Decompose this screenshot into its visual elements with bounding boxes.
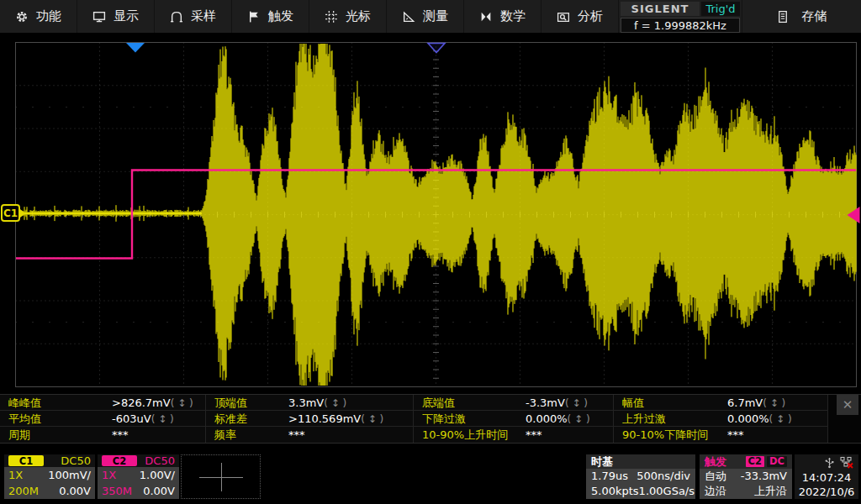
status-cluster: SIGLENT Trig'd f = 1.999882kHz xyxy=(619,0,742,33)
display-icon xyxy=(92,10,106,24)
c1-waveform xyxy=(16,44,856,386)
meas-label: 标准差 xyxy=(214,412,247,425)
meas-label: 频率 xyxy=(214,428,236,441)
c2-scale: 1.00V/ xyxy=(140,467,175,483)
trigger-source: C2 xyxy=(746,456,764,467)
meas-value: *** xyxy=(727,427,744,443)
meas-label: 顶端值 xyxy=(214,396,247,409)
c1-level-marker-label: C1 xyxy=(3,207,18,219)
menu-label: 数学 xyxy=(500,8,526,24)
meas-value: -3.3mV( ↕ ) xyxy=(526,395,588,412)
meas-value: -603uV( ↕ ) xyxy=(112,411,174,428)
meas-value: >110.569mV( ↕ ) xyxy=(288,411,383,428)
menu-item-trigger[interactable]: 触发 xyxy=(232,0,309,33)
menu-label: 采样 xyxy=(191,8,216,24)
c1-level-marker[interactable]: C1 xyxy=(1,204,20,222)
trigger-slope: 上升沿 xyxy=(754,484,787,499)
c2-coupling: DC50 xyxy=(145,454,175,467)
menu-item-acquire[interactable]: 采样 xyxy=(155,0,232,33)
menu-label: 功能 xyxy=(36,8,61,24)
menu-item-math[interactable]: 数学 xyxy=(464,0,541,33)
meas-label: 周期 xyxy=(8,428,30,441)
menu-label: 分析 xyxy=(578,8,603,24)
trigger-status-badge: Trig'd xyxy=(701,2,740,16)
timebase-title: 时基 xyxy=(591,454,613,470)
c2-bandwidth: 350M xyxy=(102,483,132,499)
oscilloscope-screen: { "menu": { "items": [ {"label":"功能","ic… xyxy=(0,0,861,504)
c2-attenuation: 1X xyxy=(102,467,116,483)
c1-scale: 100mV/ xyxy=(48,467,91,483)
menu-item-function[interactable]: 功能 xyxy=(0,0,77,33)
c1-offset: 0.00V xyxy=(59,483,91,499)
gear-icon xyxy=(15,10,29,24)
meas-value: 6.7mV( ↕ ) xyxy=(727,395,785,412)
trigger-coupling: DC xyxy=(767,456,787,467)
trigger-title: 触发 xyxy=(705,454,726,470)
meas-value: *** xyxy=(112,427,129,443)
meas-label: 平均值 xyxy=(8,412,41,425)
cursor-icon xyxy=(325,10,338,24)
usb-icon xyxy=(825,456,834,469)
c1-bandwidth: 200M xyxy=(8,483,39,499)
menu-label: 光标 xyxy=(346,8,371,24)
menu-label: 触发 xyxy=(268,8,293,24)
trigger-box[interactable]: 触发 C2 DC 自动-33.3mV 边沿上升沿 xyxy=(700,454,792,499)
siglent-logo: SIGLENT xyxy=(621,2,700,16)
menu-item-analysis[interactable]: 分析 xyxy=(541,0,619,33)
menu-label: 测量 xyxy=(423,8,448,24)
menu-item-measure[interactable]: 测量 xyxy=(387,0,464,33)
clock-time: 14:07:24 xyxy=(795,470,858,485)
status-bar: C1 DC50 1X100mV/ 200M0.00V C2 DC50 1X1.0… xyxy=(0,452,861,504)
menu-item-storage[interactable]: 存储 xyxy=(742,0,861,33)
meas-value: >826.7mV( ↕ ) xyxy=(112,395,193,412)
meas-label: 幅值 xyxy=(622,396,644,409)
meas-label: 峰峰值 xyxy=(8,396,41,409)
meas-label: 下降过激 xyxy=(422,412,466,425)
trigger-flag-icon xyxy=(247,10,261,24)
meas-value: *** xyxy=(288,427,305,443)
measurement-close-button[interactable]: ✕ xyxy=(837,395,858,415)
plus-icon xyxy=(221,463,222,491)
frequency-counter-readout: f = 1.999882kHz xyxy=(621,18,740,33)
add-channel-placeholder[interactable] xyxy=(181,454,261,499)
acquire-icon xyxy=(170,10,183,24)
timebase-box[interactable]: 时基 1.79us500ns/div 5.00kpts1.00GSa/s xyxy=(586,454,695,499)
math-icon xyxy=(479,10,493,24)
meas-label: 上升过激 xyxy=(622,412,666,425)
lan-disconnected-icon xyxy=(840,456,853,469)
system-info-box: 14:07:24 2022/10/6 xyxy=(795,454,858,499)
meas-value: *** xyxy=(526,427,542,443)
meas-label: 90-10%下降时间 xyxy=(622,428,708,441)
c1-attenuation: 1X xyxy=(8,467,23,483)
timebase-samplerate: 1.00GSa/s xyxy=(639,484,695,499)
menu-label: 显示 xyxy=(114,8,139,24)
c2-chip: C2 xyxy=(102,455,137,466)
meas-value: 0.000%( ↕ ) xyxy=(526,411,590,428)
meas-value: 0.000%( ↕ ) xyxy=(727,411,792,428)
storage-icon xyxy=(777,10,789,24)
meas-label: 10-90%上升时间 xyxy=(422,428,508,441)
top-menu-bar: 功能 显示 采样 触发 光标 测量 数学 分析 SIGLENT Trig'd f… xyxy=(0,0,861,35)
meas-label: 底端值 xyxy=(422,396,455,409)
measurement-panel: 峰峰值>826.7mV( ↕ ) 顶端值3.3mV( ↕ ) 底端值-3.3mV… xyxy=(0,394,861,444)
menu-item-cursor[interactable]: 光标 xyxy=(309,0,387,33)
meas-value: 3.3mV( ↕ ) xyxy=(288,395,346,412)
c1-coupling: DC50 xyxy=(61,454,91,467)
timebase-delay: 1.79us xyxy=(591,469,628,484)
trigger-level: -33.3mV xyxy=(741,469,787,484)
c2-offset: 0.00V xyxy=(143,483,175,499)
c1-chip: C1 xyxy=(8,455,44,466)
timebase-scale: 500ns/div xyxy=(637,469,690,484)
menu-item-display[interactable]: 显示 xyxy=(77,0,155,33)
trigger-source-chips: C2 DC xyxy=(746,456,787,467)
channel-c1-box[interactable]: C1 DC50 1X100mV/ 200M0.00V xyxy=(4,454,95,499)
clock-date: 2022/10/6 xyxy=(795,485,858,499)
trigger-position-marker[interactable] xyxy=(126,43,145,53)
timebase-points: 5.00kpts xyxy=(591,484,639,499)
trigger-mode: 自动 xyxy=(705,469,726,484)
channel-c2-box[interactable]: C2 DC50 1X1.00V/ 350M0.00V xyxy=(98,454,179,499)
analysis-icon xyxy=(557,10,570,24)
trigger-type: 边沿 xyxy=(705,484,726,499)
delay-reference-marker[interactable] xyxy=(428,44,445,53)
menu-label: 存储 xyxy=(802,8,827,24)
